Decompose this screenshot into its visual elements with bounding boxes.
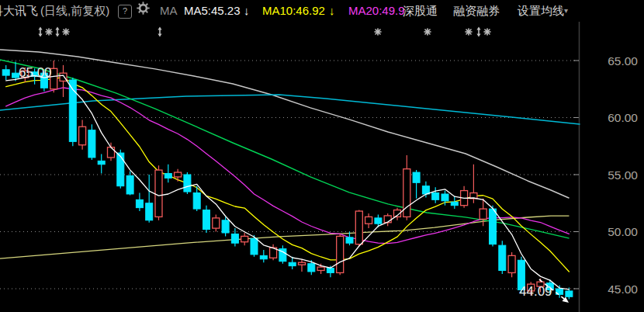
ma20-readout: MA20:49.9 [348, 0, 405, 22]
candle-down [441, 194, 448, 201]
updown-arrow-marker-icon [38, 27, 42, 37]
ma-settings-button[interactable]: 设置均线 [518, 0, 564, 22]
high-price-label: 65.00 [19, 65, 52, 80]
candle-down [164, 174, 171, 179]
candle-down [203, 210, 210, 230]
stock-name: 科大讯飞 [0, 0, 38, 22]
candle-down [184, 175, 191, 192]
chart-toolbar: 科大讯飞 (日线,前复权) ? MA MA5:45.23 ↓ MA10:46.9… [0, 0, 644, 22]
candle-up [155, 170, 162, 217]
candlestick-chart[interactable]: 65.0060.0055.0050.0045.0065.0044.09 [0, 0, 644, 312]
candle-up [480, 209, 486, 219]
candle-up [317, 267, 324, 270]
star-marker-icon [63, 29, 69, 35]
updown-arrow-marker-icon [158, 27, 161, 37]
candle-up [79, 127, 86, 145]
candle-down [490, 209, 497, 244]
gear-icon[interactable] [137, 0, 150, 22]
candle-up [508, 255, 515, 272]
ma5-line [6, 75, 570, 289]
candle-up [213, 218, 220, 228]
y-axis-label: 50.00 [608, 225, 638, 238]
candle-down [308, 264, 315, 272]
candle-down [193, 193, 200, 210]
ma10-readout: MA10:46.92 [262, 0, 325, 22]
candle-down [88, 130, 95, 158]
help-button[interactable]: ? [118, 5, 132, 19]
updown-arrow-marker-icon [55, 27, 59, 37]
shen-gu-tong-button[interactable]: 深股通 [403, 0, 438, 22]
candle-down [98, 161, 105, 164]
candle-down [146, 203, 153, 220]
candle-up [108, 147, 115, 158]
ma5-readout: MA5:45.23 [184, 0, 241, 22]
star-marker-icon [46, 29, 52, 35]
y-axis-label: 45.00 [608, 283, 638, 296]
candle-down [566, 291, 573, 296]
candle-down [117, 153, 124, 186]
candle-down [422, 186, 429, 194]
star-marker-icon [466, 29, 472, 35]
candle-down [222, 220, 229, 233]
margin-trading-button[interactable]: 融资融券 [453, 0, 500, 22]
candle-down [136, 199, 143, 207]
candle-down [126, 175, 133, 194]
y-axis-label: 60.00 [608, 111, 638, 124]
candle-down [432, 193, 439, 200]
candle-down [2, 70, 9, 75]
candle-down [289, 262, 296, 265]
star-marker-icon [424, 29, 431, 35]
ma-line-gray [0, 50, 569, 198]
candle-up [241, 236, 248, 241]
candle-up [355, 211, 362, 244]
y-axis-label: 55.00 [608, 168, 638, 182]
candle-down [451, 202, 458, 205]
ma10-down-arrow-icon: ↓ [329, 0, 335, 22]
candle-up [365, 217, 372, 224]
star-marker-icon [484, 29, 490, 35]
candle-down [231, 234, 238, 243]
candle-down [260, 255, 267, 258]
chart-mode-label: (日线,前复权) [40, 0, 109, 22]
candle-down [375, 218, 382, 224]
chevron-down-icon: ▾ [564, 0, 568, 22]
y-axis-label: 65.00 [608, 54, 638, 68]
candle-down [413, 172, 420, 182]
candle-up [299, 262, 306, 265]
star-marker-icon [375, 29, 381, 35]
ma5-down-arrow-icon: ↓ [244, 0, 250, 22]
candle-down [251, 238, 258, 255]
updown-arrow-marker-icon [476, 27, 480, 37]
candle-up [337, 236, 344, 272]
candle-down [499, 245, 506, 270]
candle-down [346, 237, 353, 243]
candle-down [327, 269, 334, 273]
ma-line-cyan [0, 95, 580, 124]
stock-chart-window: 科大讯飞 (日线,前复权) ? MA MA5:45.23 ↓ MA10:46.9… [0, 0, 644, 312]
candle-up [175, 172, 182, 177]
ma-prefix-label: MA [160, 0, 178, 22]
